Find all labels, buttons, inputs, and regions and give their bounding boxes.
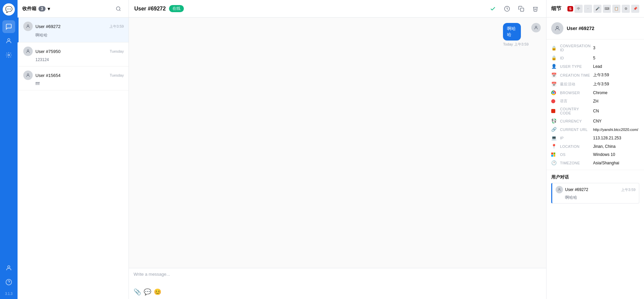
inbox-count: 3 (38, 6, 46, 11)
inbox-dropdown[interactable]: 收件箱 3 ▾ (22, 6, 50, 12)
dropdown-arrow-icon: ▾ (48, 6, 50, 11)
attr-value: Lead (593, 64, 639, 69)
conv-preview: ffff (35, 81, 124, 86)
nav-profile[interactable] (2, 262, 15, 274)
attr-location: 📍 LOCATION Jinan, China (547, 142, 644, 151)
attr-conversation-id: 🔒 CONVERSATION ID 3 (547, 42, 644, 54)
attr-value: Asia/Shanghai (593, 161, 639, 165)
attr-value: http://yanshi.btcc2020.com/ (593, 128, 639, 132)
conv-item[interactable]: User #75950 Tuesday 123124 (18, 43, 129, 66)
message-input[interactable] (134, 272, 541, 285)
attr-label: IP (560, 136, 590, 140)
sougou-btn-1[interactable]: 中 (575, 5, 583, 13)
detail-user-row: User #69272 (547, 18, 644, 39)
delete-button[interactable] (530, 3, 541, 14)
detail-avatar (551, 22, 563, 34)
attr-value: Windows 10 (593, 152, 639, 157)
conv-item[interactable]: User #15654 Tuesday ffff (18, 66, 129, 90)
conv-time: 上午3:59 (109, 24, 124, 29)
conv-panel-header: 收件箱 3 ▾ (18, 0, 129, 18)
app-version: 3.1.3 (5, 292, 12, 296)
svg-point-1 (8, 54, 10, 56)
svg-point-2 (8, 266, 10, 268)
attr-label: CREATION TIME (560, 73, 590, 77)
nav-help[interactable] (2, 276, 15, 289)
chat-main: User #69272 在线 啊哈哈 Today (129, 0, 546, 299)
avatar (23, 22, 33, 31)
snooze-button[interactable] (502, 3, 512, 14)
message-bubble: 啊哈哈 (503, 23, 521, 40)
nav-inbox[interactable] (2, 20, 15, 33)
sougou-btn-4[interactable]: ⌨ (603, 5, 611, 13)
user-conv-name: User #69272 (565, 187, 619, 192)
user-type-icon: 👤 (551, 64, 557, 69)
sougou-toolbar: S 中 · 🎤 ⌨ 📋 ⚙ 📌 (567, 5, 639, 13)
lock-icon: 🔒 (551, 46, 557, 51)
emoji-chat-icon[interactable]: 💬 (144, 288, 151, 296)
chat-input-area: 📎 💬 😊 (129, 268, 546, 299)
timezone-icon: 🕐 (551, 160, 557, 165)
svg-point-4 (116, 7, 120, 10)
detail-panel: 细节 S 中 · 🎤 ⌨ 📋 ⚙ 📌 User #69272 🔒 CONVERS… (546, 0, 644, 299)
sougou-main-btn[interactable]: S (567, 6, 573, 11)
conversation-panel: 收件箱 3 ▾ User #69272 上午3:59 啊哈哈 (18, 0, 129, 299)
attr-user-type: 👤 USER TYPE Lead (547, 62, 644, 71)
lock-icon-2: 🔒 (551, 55, 557, 60)
conv-preview: 啊哈哈 (35, 32, 124, 38)
attr-currency: 💱 CURRENCY CNY (547, 117, 644, 125)
attr-label: BROWSER (560, 91, 590, 95)
nav-contacts[interactable] (2, 34, 15, 47)
svg-rect-9 (521, 8, 524, 11)
attr-value: CNY (593, 119, 639, 124)
url-icon: 🔗 (551, 127, 557, 132)
attr-ip: 💻 IP 113.128.21.253 (547, 134, 644, 142)
search-button[interactable] (113, 3, 124, 14)
attr-country-code: COUNTRY CODE CN (547, 105, 644, 117)
conv-user-name: User #75950 (35, 49, 107, 54)
language-icon (551, 99, 557, 103)
sougou-btn-5[interactable]: 📋 (612, 5, 620, 13)
attr-current-url: 🔗 CURRENT URL http://yanshi.btcc2020.com… (547, 125, 644, 134)
chat-messages: 啊哈哈 Today 上午3:59 (129, 18, 546, 268)
message-time: Today 上午3:59 (503, 42, 529, 47)
attr-value: CN (593, 109, 639, 113)
copy-button[interactable] (516, 3, 527, 14)
chat-header-left: User #69272 在线 (134, 5, 184, 12)
currency-icon: 💱 (551, 118, 557, 124)
conv-time: Tuesday (110, 73, 124, 77)
detail-user-name: User #69272 (567, 26, 594, 31)
attr-value: Chrome (593, 90, 639, 95)
nav-settings[interactable] (2, 49, 15, 61)
location-icon: 📍 (551, 144, 557, 149)
avatar (23, 71, 33, 80)
conv-item[interactable]: User #69272 上午3:59 啊哈哈 (18, 18, 129, 43)
sougou-btn-3[interactable]: 🎤 (593, 5, 601, 13)
attr-os: OS Windows 10 (547, 151, 644, 159)
sougou-btn-6[interactable]: ⚙ (622, 5, 630, 13)
svg-point-6 (27, 50, 29, 51)
attach-icon[interactable]: 📎 (134, 288, 141, 296)
activity-icon: 📅 (551, 82, 557, 87)
status-badge: 在线 (169, 5, 184, 12)
attr-label: 最后活动 (560, 82, 590, 87)
attr-label: CONVERSATION ID (560, 44, 590, 52)
resolve-button[interactable] (487, 3, 498, 14)
app-logo: 💬 (3, 3, 15, 16)
user-conv-item[interactable]: User #69272 上午3:59 啊哈哈 (551, 183, 639, 203)
user-conv-section-title: 用户对话 (547, 170, 644, 183)
attr-label: CURRENCY (560, 119, 590, 123)
svg-point-7 (27, 74, 29, 75)
attr-value: 3 (593, 46, 639, 50)
emoji-icon[interactable]: 😊 (154, 288, 161, 296)
sougou-btn-2[interactable]: · (584, 5, 592, 13)
avatar (23, 47, 33, 56)
attr-label: COUNTRY CODE (560, 107, 590, 115)
svg-point-12 (559, 188, 560, 190)
attr-language: 语言 ZH (547, 97, 644, 105)
attr-label: TIMEZONE (560, 161, 590, 165)
chat-header-actions (487, 3, 541, 14)
attr-label: OS (560, 153, 590, 157)
attr-label: USER TYPE (560, 64, 590, 69)
detail-title: 细节 (551, 5, 561, 12)
sougou-btn-7[interactable]: 📌 (631, 5, 639, 13)
